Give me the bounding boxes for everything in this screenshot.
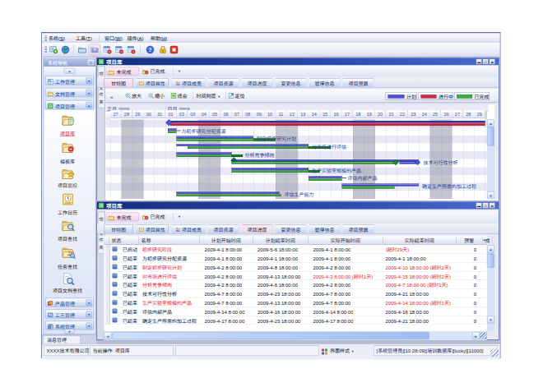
svg-text:?: ? — [149, 45, 152, 53]
